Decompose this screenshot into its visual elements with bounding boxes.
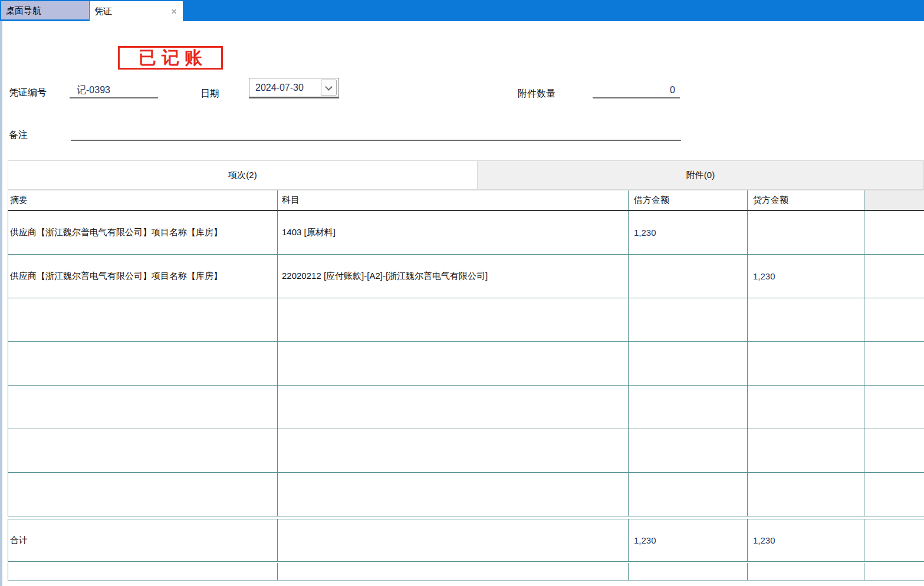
cell-summary[interactable] — [8, 298, 278, 342]
date-picker[interactable]: 2024-07-30 — [249, 78, 339, 98]
cell-credit[interactable] — [748, 386, 864, 429]
entries-grid: 摘要 科目 借方金额 贷方金额 供应商【浙江魏尔普电气有限公司】项目名称【库房】… — [8, 190, 924, 581]
cell-extra[interactable] — [864, 211, 924, 255]
total-debit: 1,230 — [629, 519, 748, 561]
tab-attachments[interactable]: 附件(0) — [478, 160, 924, 190]
cell-summary[interactable] — [8, 342, 278, 386]
posted-stamp-label: 已记账 — [133, 46, 208, 70]
cell-debit[interactable]: 1,230 — [629, 211, 748, 255]
trailing-cell — [8, 563, 278, 580]
header-debit: 借方金额 — [629, 190, 748, 210]
tab-voucher[interactable]: 凭证 × — [90, 1, 183, 21]
trailing-cell — [629, 563, 748, 580]
header-credit: 贷方金额 — [748, 190, 864, 210]
grid-header-row: 摘要 科目 借方金额 贷方金额 — [8, 190, 924, 211]
header-account: 科目 — [278, 190, 629, 210]
cell-credit[interactable] — [748, 473, 864, 516]
cell-summary[interactable] — [8, 473, 278, 516]
total-extra — [864, 519, 924, 561]
window-tab-bar: 桌面导航 凭证 × — [0, 0, 924, 21]
cell-credit[interactable] — [748, 298, 864, 342]
cell-debit[interactable] — [629, 429, 748, 473]
attachment-count-field[interactable]: 0 — [593, 83, 680, 98]
tab-desktop-navigation[interactable]: 桌面导航 — [1, 1, 89, 19]
remark-label: 备注 — [9, 129, 28, 141]
cell-account[interactable] — [278, 298, 629, 342]
chevron-down-icon — [325, 83, 333, 91]
date-value: 2024-07-30 — [255, 78, 304, 97]
voucher-no-label: 凭证编号 — [9, 87, 47, 99]
cell-credit[interactable] — [748, 342, 864, 386]
cell-extra[interactable] — [864, 473, 924, 516]
cell-credit[interactable]: 1,230 — [748, 255, 864, 298]
cell-credit[interactable] — [748, 429, 864, 473]
table-body: 供应商【浙江魏尔普电气有限公司】项目名称【库房】 1403 [原材料] 1,23… — [8, 211, 924, 516]
header-extra — [864, 190, 924, 210]
header-summary: 摘要 — [8, 190, 278, 210]
cell-debit[interactable] — [629, 298, 748, 342]
cell-account[interactable]: 1403 [原材料] — [278, 211, 629, 255]
cell-account[interactable]: 22020212 [应付账款]-[A2]-[浙江魏尔普电气有限公司] — [278, 255, 629, 298]
grid-total-row: 合计 1,230 1,230 — [8, 519, 924, 562]
cell-account[interactable] — [278, 342, 629, 386]
trailing-cell — [864, 563, 924, 580]
posted-stamp: 已记账 — [118, 46, 223, 70]
cell-debit[interactable] — [629, 342, 748, 386]
cell-account[interactable] — [278, 429, 629, 473]
table-row — [8, 473, 924, 516]
total-label: 合计 — [8, 519, 278, 561]
tab-voucher-label: 凭证 — [94, 6, 112, 17]
window-left-border — [0, 21, 2, 586]
date-label: 日期 — [200, 88, 219, 100]
table-row: 供应商【浙江魏尔普电气有限公司】项目名称【库房】 1403 [原材料] 1,23… — [8, 211, 924, 255]
total-account — [278, 519, 629, 561]
close-icon[interactable]: × — [170, 6, 178, 17]
voucher-window: 桌面导航 凭证 × 已记账 凭证编号 记-0393 日期 2024-07-30 … — [0, 0, 924, 586]
cell-account[interactable] — [278, 386, 629, 429]
cell-extra[interactable] — [864, 342, 924, 386]
cell-debit[interactable] — [629, 473, 748, 516]
cell-summary[interactable]: 供应商【浙江魏尔普电气有限公司】项目名称【库房】 — [8, 211, 278, 255]
attachment-count-label: 附件数量 — [518, 88, 555, 100]
tab-items[interactable]: 项次(2) — [8, 160, 478, 190]
cell-debit[interactable] — [629, 255, 748, 298]
cell-extra[interactable] — [864, 255, 924, 298]
date-dropdown-button[interactable] — [321, 80, 337, 96]
remark-field[interactable] — [71, 125, 681, 141]
cell-summary[interactable]: 供应商【浙江魏尔普电气有限公司】项目名称【库房】 — [8, 255, 278, 298]
cell-extra[interactable] — [864, 298, 924, 342]
total-credit: 1,230 — [748, 519, 864, 561]
table-row — [8, 342, 924, 386]
cell-account[interactable] — [278, 473, 629, 516]
tab-desktop-navigation-label: 桌面导航 — [6, 5, 41, 15]
cell-extra[interactable] — [864, 386, 924, 429]
cell-debit[interactable] — [629, 386, 748, 429]
table-row: 供应商【浙江魏尔普电气有限公司】项目名称【库房】 22020212 [应付账款]… — [8, 255, 924, 298]
grid-trailing-row — [8, 563, 924, 581]
voucher-no-field[interactable]: 记-0393 — [70, 83, 158, 98]
trailing-cell — [278, 563, 629, 580]
trailing-cell — [748, 563, 864, 580]
cell-extra[interactable] — [864, 429, 924, 473]
cell-credit[interactable] — [748, 211, 864, 255]
table-row — [8, 429, 924, 473]
cell-summary[interactable] — [8, 429, 278, 473]
table-row — [8, 386, 924, 429]
cell-summary[interactable] — [8, 386, 278, 429]
section-tab-strip: 项次(2) 附件(0) — [8, 160, 924, 190]
table-row — [8, 298, 924, 342]
